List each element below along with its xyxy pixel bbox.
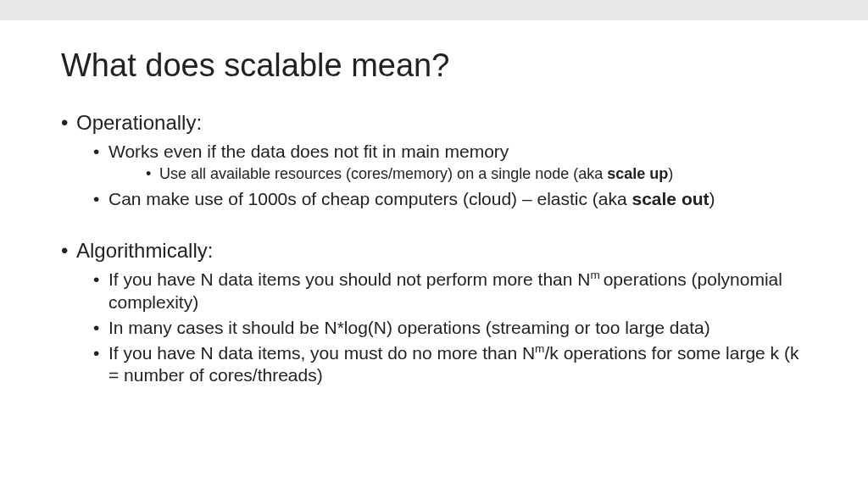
bullet-text: If you have N data items you should not … [108, 269, 590, 289]
slide-title: What does scalable mean? [61, 47, 807, 84]
slide-content: What does scalable mean? Operationally: … [0, 20, 868, 411]
bold-text: scale out [632, 189, 709, 208]
bullet-text: ) [668, 165, 673, 182]
top-bar [0, 0, 868, 20]
superscript: m [535, 342, 544, 355]
bullet-item: Use all available resources (cores/memor… [108, 164, 807, 184]
bullet-text: If you have N data items, you must do no… [108, 343, 535, 363]
section-algorithmically: Algorithmically: If you have N data item… [61, 237, 807, 386]
bold-text: scale up [607, 165, 668, 182]
bullet-text: ) [709, 189, 715, 208]
superscript: m [590, 269, 603, 281]
bullet-item: If you have N data items, you must do no… [76, 342, 807, 387]
bullet-item: Works even if the data does not fit in m… [76, 141, 807, 185]
bullet-item: If you have N data items you should not … [76, 269, 807, 313]
section-operationally: Operationally: Works even if the data do… [61, 109, 807, 210]
bullet-text: Can make use of 1000s of cheap computers… [108, 189, 632, 208]
bullet-text: Works even if the data does not fit in m… [108, 141, 509, 161]
bullet-text: In many cases it should be N*log(N) oper… [108, 318, 710, 337]
bullet-text: Use all available resources (cores/memor… [159, 165, 607, 182]
section-heading: Operationally: [76, 111, 202, 134]
bullet-item: In many cases it should be N*log(N) oper… [76, 317, 807, 339]
bullet-list: Operationally: Works even if the data do… [61, 109, 807, 210]
section-heading: Algorithmically: [76, 239, 213, 262]
bullet-list: Algorithmically: If you have N data item… [61, 237, 807, 386]
bullet-item: Can make use of 1000s of cheap computers… [76, 188, 807, 210]
